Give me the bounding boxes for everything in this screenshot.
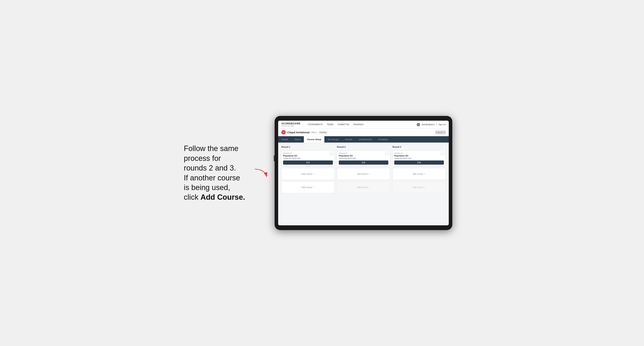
instruction-line6: click: [184, 193, 200, 201]
round-2-edit-button[interactable]: Edit: [339, 161, 388, 165]
round-2-add-course-1[interactable]: Add Course +: [337, 168, 390, 180]
page-wrapper: Follow the same process for rounds 2 and…: [184, 116, 460, 230]
tab-tee-groups[interactable]: Tee Groups: [324, 136, 342, 143]
tab-details[interactable]: Details: [278, 136, 291, 143]
round-1-add-course-1[interactable]: Add Course +: [281, 168, 334, 180]
logo-scoreboard: SCOREBOARD: [281, 122, 300, 125]
round-1-add-course-2-label: Add Course: [302, 186, 312, 188]
round-3-add-course-2: Add Course +: [392, 181, 446, 193]
round-3-course-label: (Course A): [394, 152, 444, 154]
tab-teams[interactable]: Teams: [291, 136, 304, 143]
round-1-add-course-2[interactable]: Add Course +: [281, 181, 334, 193]
round-2-add-course-2: Add Course +: [337, 181, 390, 193]
round-3-add-course-1-label: Add Course: [413, 173, 423, 175]
rounds-grid: Round 1 ○ (Course A) Peachtree GC Yellow…: [281, 146, 446, 193]
nav-teams[interactable]: TEAMS: [327, 123, 334, 126]
round-2-course-card: ○ (Course A) Peachtree GC Yellow (M) (66…: [337, 151, 390, 167]
round-3-add-course-2-plus: +: [424, 186, 426, 189]
round-1-title: Round 1: [281, 146, 334, 148]
round-1-course-label: (Course A): [283, 152, 333, 154]
nav-committee[interactable]: COMMITTEE: [338, 123, 350, 126]
clippd-logo: C: [281, 130, 286, 135]
round-3-add-course-2-label: Add Course: [413, 186, 423, 188]
tablet-device: SCOREBOARD Powered by clippd TOURNAMENTS…: [274, 116, 452, 230]
top-nav: SCOREBOARD Powered by clippd TOURNAMENTS…: [278, 121, 449, 129]
round-2-add-course-1-label: Add Course: [357, 173, 368, 175]
round-1-course-card: ○ (Course A) Peachtree GC Yellow (M) (66…: [281, 151, 334, 167]
instruction-line2: process for: [184, 154, 221, 163]
tab-printables[interactable]: Printables: [375, 136, 391, 143]
round-2-column: Round 2 ○ (Course A) Peachtree GC Yellow…: [337, 146, 390, 193]
round-2-delete-button[interactable]: ○: [385, 152, 389, 155]
tournament-gender: (Men): [311, 131, 317, 134]
main-content: Round 1 ○ (Course A) Peachtree GC Yellow…: [278, 143, 449, 225]
arrow-svg: [253, 167, 269, 179]
round-1-edit-button[interactable]: Edit: [283, 161, 333, 165]
round-2-add-course-2-plus: +: [368, 186, 370, 189]
nav-rankings[interactable]: RANKINGS: [354, 123, 364, 126]
round-3-add-course-1-plus: +: [424, 173, 426, 175]
instruction-line1: Follow the same: [184, 144, 238, 153]
sign-out-link[interactable]: Sign out: [438, 123, 446, 126]
round-2-course-name: Peachtree GC: [339, 155, 388, 157]
round-3-course-name: Peachtree GC: [394, 155, 444, 157]
tournament-left: C Clippd Invitational (Men) Hosting: [281, 130, 327, 135]
tab-course-setup[interactable]: Course Setup: [304, 136, 324, 143]
instruction-bold: Add Course.: [200, 193, 245, 201]
user-avatar: [416, 123, 420, 126]
instruction-line5: is being used,: [184, 183, 230, 192]
round-3-delete-button[interactable]: ○: [441, 152, 444, 155]
round-2-add-course-1-plus: +: [368, 173, 370, 175]
nav-right: blair@clippd.io | Sign out: [416, 123, 446, 126]
tab-bar: Details Teams Course Setup Tee Groups Re…: [278, 136, 449, 143]
tab-results[interactable]: Results: [342, 136, 356, 143]
logo-area: SCOREBOARD Powered by clippd: [281, 122, 300, 127]
round-3-title: Round 3: [392, 146, 446, 148]
instruction-line3: rounds 2 and 3.: [184, 164, 236, 172]
round-3-course-card: ○ (Course A) Peachtree GC Yellow (M) (66…: [392, 151, 446, 167]
round-3-course-details: Yellow (M) (6629 yds): [394, 157, 444, 159]
round-1-add-course-1-label: Add Course: [302, 173, 312, 175]
round-1-course-name: Peachtree GC: [283, 155, 333, 157]
round-1-column: Round 1 ○ (Course A) Peachtree GC Yellow…: [281, 146, 334, 193]
tab-leaderboards[interactable]: Leaderboards: [355, 136, 375, 143]
round-2-add-course-2-label: Add Course: [357, 186, 368, 188]
round-3-column: Round 3 ○ (Course A) Peachtree GC Yellow…: [392, 146, 446, 193]
round-2-course-details: Yellow (M) (6629 yds): [339, 157, 388, 159]
instruction-line4: If another course: [184, 174, 240, 182]
tablet-screen: SCOREBOARD Powered by clippd TOURNAMENTS…: [278, 121, 449, 225]
nav-divider: |: [436, 123, 437, 126]
cancel-button[interactable]: Cancel ✕: [436, 131, 446, 134]
round-1-add-course-1-plus: +: [313, 173, 314, 175]
round-2-title: Round 2: [337, 146, 390, 148]
tournament-header: C Clippd Invitational (Men) Hosting Canc…: [278, 129, 449, 136]
nav-links: TOURNAMENTS TEAMS COMMITTEE RANKINGS: [308, 123, 412, 126]
round-3-add-course-1[interactable]: Add Course +: [392, 168, 446, 180]
tournament-name: Clippd Invitational: [287, 131, 310, 134]
tablet-side-button: [274, 155, 274, 161]
round-1-course-details: Yellow (M) (6629 yds): [283, 157, 333, 159]
round-3-edit-button[interactable]: Edit: [394, 161, 444, 165]
round-2-course-label: (Course A): [339, 152, 388, 154]
logo-sub: Powered by clippd: [281, 125, 300, 127]
hosting-badge: Hosting: [318, 131, 328, 134]
instruction-text: Follow the same process for rounds 2 and…: [184, 144, 245, 202]
user-email: blair@clippd.io: [422, 123, 435, 126]
nav-tournaments[interactable]: TOURNAMENTS: [308, 123, 323, 126]
round-1-delete-button[interactable]: ○: [330, 152, 333, 155]
round-1-add-course-2-plus: +: [313, 186, 314, 189]
